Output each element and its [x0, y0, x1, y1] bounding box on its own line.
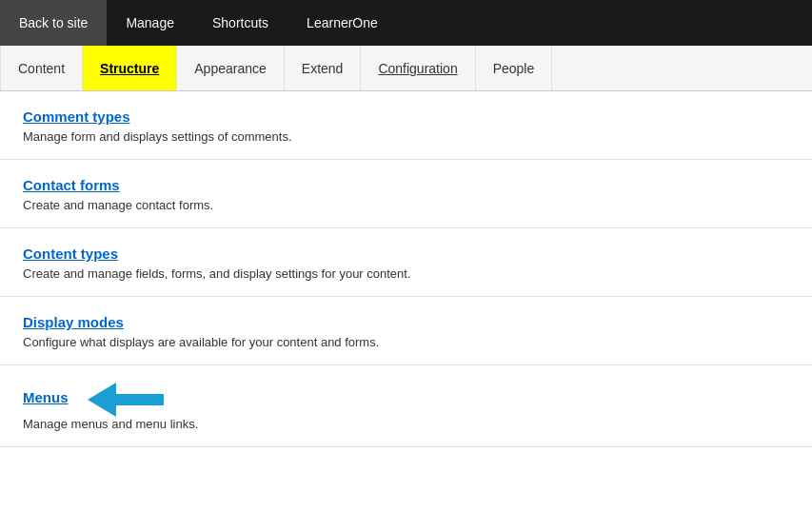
- section-contact-forms: Contact forms Create and manage contact …: [0, 160, 812, 228]
- content-types-link[interactable]: Content types: [23, 246, 789, 262]
- section-content-types: Content types Create and manage fields, …: [0, 228, 812, 297]
- section-display-modes: Display modes Configure what displays ar…: [0, 297, 812, 365]
- section-comment-types: Comment types Manage form and displays s…: [0, 91, 812, 160]
- section-menus: Menus Manage menus and menu links.: [0, 365, 812, 447]
- svg-marker-0: [88, 383, 164, 417]
- display-modes-desc: Configure what displays are available fo…: [23, 335, 789, 349]
- nav-extend[interactable]: Extend: [285, 46, 362, 90]
- contact-forms-desc: Create and manage contact forms.: [23, 198, 789, 212]
- top-nav-shortcuts[interactable]: Shortcuts: [193, 0, 287, 46]
- second-nav: Content Structure Appearance Extend Conf…: [0, 46, 812, 91]
- top-nav-learner-one[interactable]: LearnerOne: [287, 0, 397, 46]
- display-modes-link[interactable]: Display modes: [23, 314, 789, 330]
- menus-arrow-icon: [88, 383, 164, 417]
- top-nav-manage[interactable]: Manage: [107, 0, 193, 46]
- main-content: Comment types Manage form and displays s…: [0, 91, 812, 447]
- nav-content[interactable]: Content: [0, 46, 83, 90]
- content-types-desc: Create and manage fields, forms, and dis…: [23, 266, 789, 281]
- menus-title-row: Menus: [23, 383, 789, 417]
- menus-desc: Manage menus and menu links.: [23, 417, 789, 431]
- comment-types-link[interactable]: Comment types: [23, 108, 789, 125]
- menus-link[interactable]: Menus: [23, 389, 69, 405]
- nav-structure[interactable]: Structure: [83, 46, 177, 90]
- nav-appearance[interactable]: Appearance: [177, 46, 285, 90]
- top-nav-back-to-site[interactable]: Back to site: [0, 0, 107, 46]
- comment-types-desc: Manage form and displays settings of com…: [23, 129, 789, 144]
- contact-forms-link[interactable]: Contact forms: [23, 177, 789, 193]
- top-nav: Back to site Manage Shortcuts LearnerOne: [0, 0, 812, 46]
- nav-configuration[interactable]: Configuration: [361, 46, 475, 90]
- nav-people[interactable]: People: [476, 46, 553, 90]
